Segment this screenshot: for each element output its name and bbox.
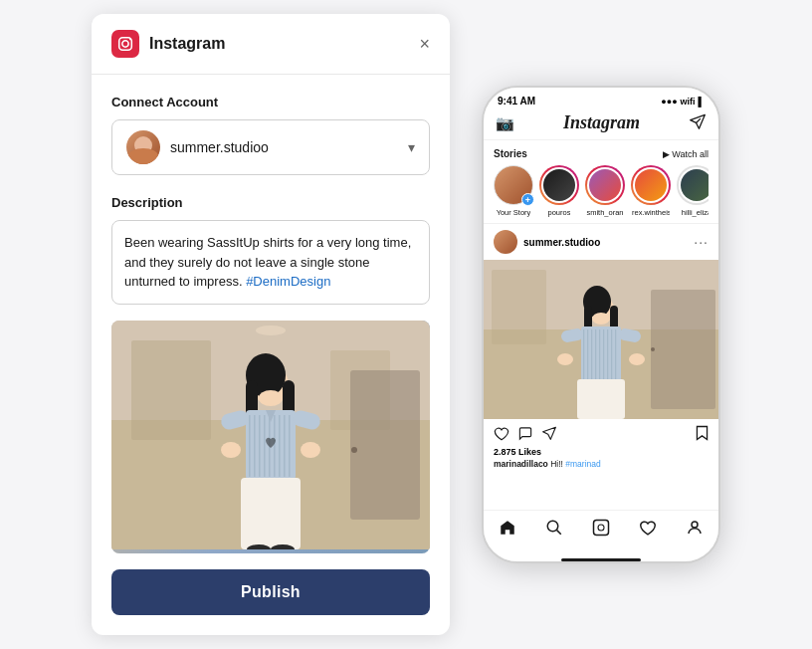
story-ring-white-smith [587,167,623,203]
watch-all-label: Watch all [672,149,709,159]
svg-point-63 [598,525,604,531]
svg-rect-47 [587,329,588,379]
svg-rect-31 [241,478,301,549]
story-item-pouros[interactable]: pouros [539,165,579,217]
svg-rect-50 [599,329,600,379]
story-ring-white-rex [633,167,669,203]
svg-rect-46 [583,329,584,379]
story-item-rex[interactable]: rex.wintheiser [631,165,671,217]
description-area[interactable]: Been wearing SassItUp shirts for a very … [111,220,430,305]
account-info: summer.studioo [126,130,269,164]
svg-point-58 [557,353,573,365]
story-name-pouros: pouros [548,208,571,217]
svg-point-38 [651,347,655,351]
svg-rect-49 [595,329,596,379]
svg-rect-18 [254,415,256,477]
post-actions-left [494,426,557,444]
svg-rect-23 [279,415,281,477]
instagram-publish-panel: Instagram × Connect Account summer.studi… [92,14,450,635]
story-name-smith: smith_oran [586,208,623,217]
post-image-container [111,321,430,553]
svg-rect-24 [284,415,286,477]
post-caption: marinadillaco Hi!! #marinad [484,459,718,475]
svg-line-34 [697,118,701,122]
story-name-hilli: hilli_eliza [682,208,709,217]
svg-rect-6 [131,340,211,440]
post-user-avatar [494,230,517,254]
svg-point-29 [221,442,241,458]
svg-rect-48 [591,329,592,379]
share-icon[interactable] [541,426,557,443]
svg-rect-37 [651,290,715,409]
your-story-avatar: + [494,165,533,205]
post-image [484,260,718,419]
description-hashtag: #DenimDesign [246,274,330,289]
story-name-rex: rex.wintheiser [632,208,670,217]
svg-rect-0 [111,30,139,58]
signal-icon: ●●● [661,97,677,107]
instagram-icon [111,30,139,58]
post-more-icon[interactable]: ··· [694,234,709,250]
account-avatar [126,130,160,164]
svg-rect-25 [289,415,291,477]
camera-icon[interactable]: 📷 [496,114,514,132]
story-name-your: Your Story [497,208,531,217]
stories-list: + Your Story pouros [494,165,709,217]
post-likes: 2.875 Likes [484,447,718,459]
svg-point-9 [351,447,357,453]
like-icon[interactable] [494,426,509,444]
panel-header-left: Instagram [111,30,225,58]
caption-username: marinadillaco [494,459,548,469]
svg-point-59 [629,353,645,365]
nav-reels-icon[interactable] [592,519,610,541]
ig-app-logo: Instagram [563,112,640,133]
post-header: summer.studioo ··· [484,224,718,260]
panel-body: Connect Account summer.studioo ▾ Descrip… [92,75,450,635]
caption-hashtag: #marinad [565,459,600,469]
story-item-smith[interactable]: smith_oran [585,165,625,217]
svg-rect-19 [259,415,261,477]
svg-point-60 [547,521,558,532]
watch-all[interactable]: ▶ Watch all [663,149,709,159]
account-selector[interactable]: summer.studioo ▾ [111,119,430,175]
send-icon[interactable] [689,113,707,132]
svg-point-3 [129,39,131,41]
description-label: Description [111,195,430,210]
story-avatar-rex [635,169,667,201]
story-ring-hilli [677,165,709,205]
watch-all-arrow: ▶ [663,149,670,159]
post-actions [484,419,718,447]
svg-rect-62 [593,521,608,536]
story-ring-pouros [539,165,579,205]
svg-rect-55 [577,379,625,419]
svg-point-64 [692,522,698,528]
story-ring-white-pouros [541,167,577,203]
comment-icon[interactable] [517,426,533,444]
save-icon[interactable] [696,425,709,444]
publish-button[interactable]: Publish [111,569,430,615]
bottom-nav [484,510,718,554]
nav-search-icon[interactable] [545,519,563,541]
svg-point-10 [256,325,286,335]
story-avatar-smith [589,169,621,201]
story-ring-rex [631,165,671,205]
add-story-plus: + [521,193,534,206]
status-bar: 9:41 AM ●●● wifi ▌ [484,88,718,110]
nav-profile-icon[interactable] [686,519,704,541]
close-button[interactable]: × [419,35,430,53]
stories-title: Stories [494,148,527,159]
nav-home-icon[interactable] [499,519,516,541]
svg-rect-51 [603,329,604,379]
story-item-hilli[interactable]: hilli_eliza [677,165,709,217]
post-container: summer.studioo ··· [484,224,718,475]
post-username: summer.studioo [523,237,600,248]
svg-line-61 [556,531,560,535]
story-avatar-pouros [543,169,575,201]
story-avatar-hilli [681,169,709,201]
story-item-your[interactable]: + Your Story [494,165,533,217]
svg-point-30 [301,442,320,458]
nav-likes-icon[interactable] [639,520,657,540]
svg-point-44 [592,313,610,324]
wifi-icon: wifi [681,97,696,107]
panel-title: Instagram [149,35,225,53]
